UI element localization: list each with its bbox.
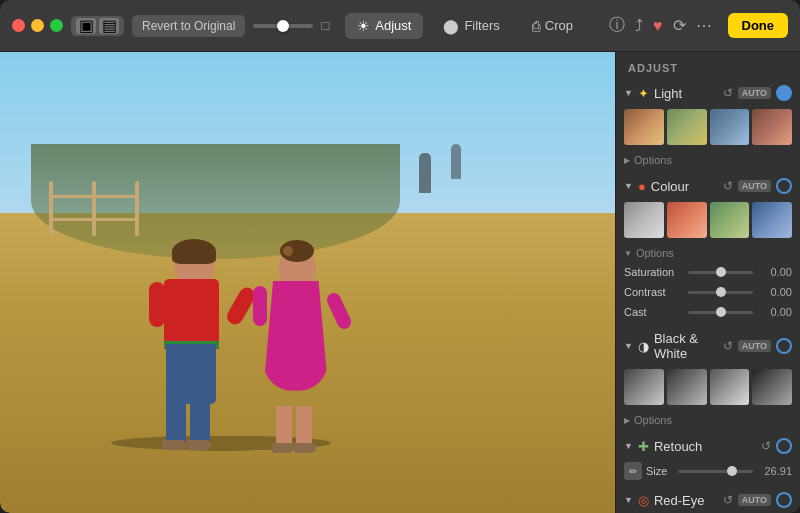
window-icon: □ — [321, 18, 329, 33]
contrast-slider[interactable] — [688, 291, 753, 294]
light-label: Light — [654, 86, 682, 101]
bw-label: Black & White — [654, 331, 723, 361]
bw-options-label: Options — [634, 414, 672, 426]
bw-toggle[interactable] — [776, 338, 792, 354]
light-options-chevron-icon: ▶ — [624, 156, 630, 165]
retouch-size-handle[interactable] — [727, 466, 737, 476]
saturation-handle[interactable] — [716, 267, 726, 277]
light-options-label: Options — [634, 154, 672, 166]
bw-options-chevron-icon: ▶ — [624, 416, 630, 425]
colour-thumb-1[interactable] — [624, 202, 664, 238]
rotate-icon[interactable]: ⟳ — [673, 16, 686, 35]
zoom-slider[interactable] — [253, 24, 313, 28]
colour-thumb-2[interactable] — [667, 202, 707, 238]
redeye-chevron-icon: ▼ — [624, 495, 633, 505]
revert-button[interactable]: Revert to Original — [132, 15, 245, 37]
light-toggle[interactable] — [776, 85, 792, 101]
retouch-size-value: 26.91 — [757, 465, 792, 477]
contrast-value: 0.00 — [757, 286, 792, 298]
cast-label: Cast — [624, 306, 684, 318]
info-icon[interactable]: ⓘ — [609, 15, 625, 36]
filters-tab-icon: ⬤ — [443, 18, 459, 34]
redeye-reset-icon[interactable]: ↺ — [723, 493, 733, 507]
retouch-pencil-icon: ✏ — [624, 462, 642, 480]
colour-section-left: ▼ ● Colour — [624, 179, 689, 194]
bw-thumb-3[interactable] — [710, 369, 750, 405]
light-auto-badge[interactable]: AUTO — [738, 87, 771, 99]
tab-crop[interactable]: ⎙ Crop — [520, 13, 585, 39]
light-options-row[interactable]: ▶ Options — [616, 151, 800, 169]
boy-right-leg — [190, 399, 210, 444]
bw-icon: ◑ — [638, 339, 649, 354]
colour-label: Colour — [651, 179, 689, 194]
girl-hair-bun — [283, 246, 293, 256]
compare-view-icon[interactable]: ▤ — [99, 18, 119, 34]
toolbar: ▣ ▤ Revert to Original □ ☀ Adjust ⬤ Filt… — [0, 0, 800, 52]
fullscreen-button[interactable] — [50, 19, 63, 32]
overflow-icon[interactable]: ⋯ — [696, 16, 712, 35]
bw-reset-icon[interactable]: ↺ — [723, 339, 733, 353]
redeye-toggle[interactable] — [776, 492, 792, 508]
minimize-button[interactable] — [31, 19, 44, 32]
single-view-icon[interactable]: ▣ — [76, 18, 96, 34]
adjust-tab-icon: ☀ — [357, 18, 370, 34]
app-window: ▣ ▤ Revert to Original □ ☀ Adjust ⬤ Filt… — [0, 0, 800, 513]
bw-thumbs — [616, 366, 800, 411]
tab-adjust[interactable]: ☀ Adjust — [345, 13, 423, 39]
cast-slider[interactable] — [688, 311, 753, 314]
cast-row: Cast 0.00 — [616, 302, 800, 322]
bw-thumb-1[interactable] — [624, 369, 664, 405]
colour-reset-icon[interactable]: ↺ — [723, 179, 733, 193]
boy-pants — [166, 344, 216, 404]
light-thumb-1[interactable] — [624, 109, 664, 145]
colour-thumb-4[interactable] — [752, 202, 792, 238]
light-thumb-2[interactable] — [667, 109, 707, 145]
bw-auto-badge[interactable]: AUTO — [738, 340, 771, 352]
boy-right-shoe — [187, 440, 211, 450]
heart-icon[interactable]: ♥ — [653, 17, 663, 35]
retouch-reset-icon[interactable]: ↺ — [761, 439, 771, 453]
colour-section-header[interactable]: ▼ ● Colour ↺ AUTO — [616, 173, 800, 199]
colour-thumb-3[interactable] — [710, 202, 750, 238]
colour-section-right: ↺ AUTO — [723, 178, 792, 194]
saturation-value: 0.00 — [757, 266, 792, 278]
contrast-label: Contrast — [624, 286, 684, 298]
view-toggle[interactable]: ▣ ▤ — [71, 16, 124, 36]
redeye-label: Red-Eye — [654, 493, 705, 508]
redeye-auto-badge[interactable]: AUTO — [738, 494, 771, 506]
photo-scene — [0, 52, 615, 513]
saturation-slider[interactable] — [688, 271, 753, 274]
light-thumbs — [616, 106, 800, 151]
filters-tab-label: Filters — [464, 18, 499, 33]
redeye-icon: ◎ — [638, 493, 649, 508]
light-thumb-3[interactable] — [710, 109, 750, 145]
close-button[interactable] — [12, 19, 25, 32]
bw-thumb-4[interactable] — [752, 369, 792, 405]
contrast-handle[interactable] — [716, 287, 726, 297]
fence-post-3 — [135, 181, 139, 236]
saturation-row: Saturation 0.00 — [616, 262, 800, 282]
done-button[interactable]: Done — [728, 13, 789, 38]
share-icon[interactable]: ⤴ — [635, 17, 643, 35]
bw-thumb-2[interactable] — [667, 369, 707, 405]
fence-rail-2 — [49, 218, 135, 221]
figure-boy — [154, 244, 234, 444]
colour-options-row[interactable]: ▼ Options — [616, 244, 800, 262]
retouch-size-slider[interactable] — [678, 470, 753, 473]
retouch-section-header[interactable]: ▼ ✚ Retouch ↺ — [616, 433, 800, 459]
colour-toggle[interactable] — [776, 178, 792, 194]
light-section-header[interactable]: ▼ ✦ Light ↺ AUTO — [616, 80, 800, 106]
light-reset-icon[interactable]: ↺ — [723, 86, 733, 100]
tab-filters[interactable]: ⬤ Filters — [431, 13, 511, 39]
colour-auto-badge[interactable]: AUTO — [738, 180, 771, 192]
retouch-icon: ✚ — [638, 439, 649, 454]
cast-handle[interactable] — [716, 307, 726, 317]
bw-section-header[interactable]: ▼ ◑ Black & White ↺ AUTO — [616, 326, 800, 366]
boy-body — [164, 279, 219, 349]
retouch-toggle[interactable] — [776, 438, 792, 454]
light-thumb-4[interactable] — [752, 109, 792, 145]
bw-section-right: ↺ AUTO — [723, 338, 792, 354]
bw-section-left: ▼ ◑ Black & White — [624, 331, 723, 361]
redeye-section-header[interactable]: ▼ ◎ Red-Eye ↺ AUTO — [616, 487, 800, 513]
bw-options-row[interactable]: ▶ Options — [616, 411, 800, 429]
